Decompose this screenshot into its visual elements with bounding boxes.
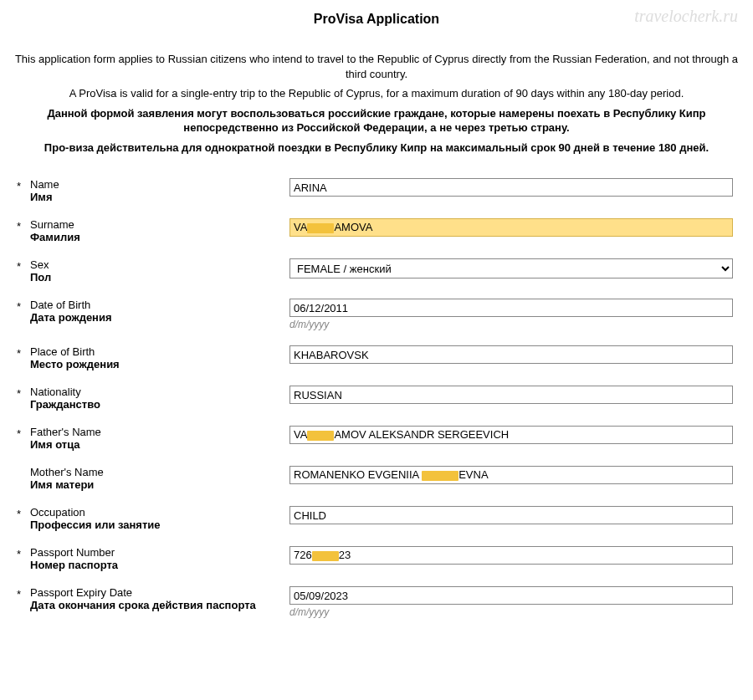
dob-input[interactable] [289, 299, 733, 317]
label-father-ru: Имя отца [30, 438, 281, 451]
required-marker: * [8, 586, 30, 600]
label-sex: Sex Пол [30, 258, 289, 284]
required-marker [8, 466, 30, 468]
sex-select[interactable]: FEMALE / женский [289, 258, 733, 278]
label-dob-ru: Дата рождения [30, 311, 281, 324]
required-marker: * [8, 345, 30, 360]
required-marker: * [8, 178, 30, 192]
label-father: Father's Name Имя отца [30, 426, 289, 451]
label-surname: Surname Фамилия [30, 218, 289, 243]
label-father-en: Father's Name [30, 426, 281, 438]
row-dob: * Date of Birth Дата рождения d/m/yyyy [8, 294, 745, 340]
row-sex: * Sex Пол FEMALE / женский [8, 253, 745, 294]
redaction-block [307, 223, 334, 233]
required-marker: * [8, 386, 30, 400]
label-pob-en: Place of Birth [30, 345, 281, 358]
form-area: * Name Имя * Surname Фамилия VAAMOVA [8, 173, 745, 628]
label-nationality: Nationality Гражданство [30, 386, 289, 411]
label-dob: Date of Birth Дата рождения [30, 299, 289, 324]
label-mother: Mother's Name Имя матери [30, 466, 289, 491]
redaction-block [307, 431, 334, 441]
label-occupation-ru: Профессия или занятие [30, 519, 281, 531]
label-mother-en: Mother's Name [30, 466, 281, 478]
intro-line-3-ru: Данной формой заявления могут воспользов… [8, 106, 745, 135]
label-name-en: Name [30, 178, 281, 191]
passport-number-input[interactable]: 72623 [289, 546, 733, 565]
required-marker: * [8, 546, 30, 560]
intro-block: This application form applies to Russian… [8, 52, 745, 155]
label-sex-ru: Пол [30, 271, 281, 284]
ped-hint: d/m/yyyy [289, 606, 733, 618]
label-ppn-ru: Номер паспорта [30, 559, 281, 571]
nationality-input[interactable] [289, 386, 733, 404]
intro-line-2: A ProVisa is valid for a single-entry tr… [8, 86, 745, 101]
father-value-post: AMOV ALEKSANDR SERGEEVICH [334, 428, 509, 441]
label-passport-number: Passport Number Номер паспорта [30, 546, 289, 571]
row-occupation: * Occupation Профессия или занятие [8, 501, 745, 541]
label-nationality-ru: Гражданство [30, 398, 281, 411]
passport-expiry-input[interactable] [289, 586, 733, 605]
label-name-ru: Имя [30, 191, 281, 203]
label-sex-en: Sex [30, 258, 281, 271]
page-container: ProVisa Application This application for… [0, 0, 753, 628]
required-marker: * [8, 299, 30, 313]
surname-value-pre: VA [294, 221, 307, 233]
label-occupation: Occupation Профессия или занятие [30, 506, 289, 531]
label-passport-expiry: Passport Expiry Date Дата окончания срок… [30, 586, 289, 611]
required-marker: * [8, 506, 30, 520]
ppn-value-pre: 726 [294, 549, 312, 561]
label-ped-en: Passport Expiry Date [30, 586, 281, 599]
dob-hint: d/m/yyyy [289, 319, 733, 330]
row-surname: * Surname Фамилия VAAMOVA [8, 213, 745, 253]
intro-line-4-ru: Про-виза действительна для однократной п… [8, 141, 745, 156]
father-value-pre: VA [294, 428, 307, 441]
row-nationality: * Nationality Гражданство [8, 381, 745, 421]
page-title: ProVisa Application [8, 12, 745, 27]
father-input[interactable]: VAAMOV ALEKSANDR SERGEEVICH [289, 426, 733, 444]
label-name: Name Имя [30, 178, 289, 203]
occupation-input[interactable] [289, 506, 733, 524]
label-nationality-en: Nationality [30, 386, 281, 398]
row-passport-number: * Passport Number Номер паспорта 72623 [8, 541, 745, 581]
surname-input[interactable]: VAAMOVA [289, 218, 733, 237]
row-pob: * Place of Birth Место рождения [8, 340, 745, 381]
label-dob-en: Date of Birth [30, 299, 281, 311]
redaction-block [422, 471, 458, 481]
row-mother: Mother's Name Имя матери ROMANENKO EVGEN… [8, 461, 745, 501]
label-pob: Place of Birth Место рождения [30, 345, 289, 370]
label-surname-en: Surname [30, 218, 281, 231]
ppn-value-post: 23 [339, 549, 351, 561]
label-ppn-en: Passport Number [30, 546, 281, 559]
surname-value-post: AMOVA [334, 221, 372, 233]
row-name: * Name Имя [8, 173, 745, 213]
row-father: * Father's Name Имя отца VAAMOV ALEKSAND… [8, 421, 745, 461]
required-marker: * [8, 426, 30, 440]
redaction-block [312, 551, 339, 561]
label-occupation-en: Occupation [30, 506, 281, 519]
mother-value-pre: ROMANENKO EVGENIIA [294, 468, 422, 481]
label-surname-ru: Фамилия [30, 231, 281, 243]
required-marker: * [8, 218, 30, 232]
label-ped-ru: Дата окончания срока действия паспорта [30, 599, 281, 611]
mother-input[interactable]: ROMANENKO EVGENIIA EVNA [289, 466, 733, 484]
row-passport-expiry: * Passport Expiry Date Дата окончания ср… [8, 581, 745, 628]
required-marker: * [8, 258, 30, 273]
label-pob-ru: Место рождения [30, 358, 281, 370]
label-mother-ru: Имя матери [30, 478, 281, 491]
intro-line-1: This application form applies to Russian… [8, 52, 745, 81]
mother-value-post: EVNA [458, 468, 488, 481]
name-input[interactable] [289, 178, 733, 197]
pob-input[interactable] [289, 345, 733, 364]
